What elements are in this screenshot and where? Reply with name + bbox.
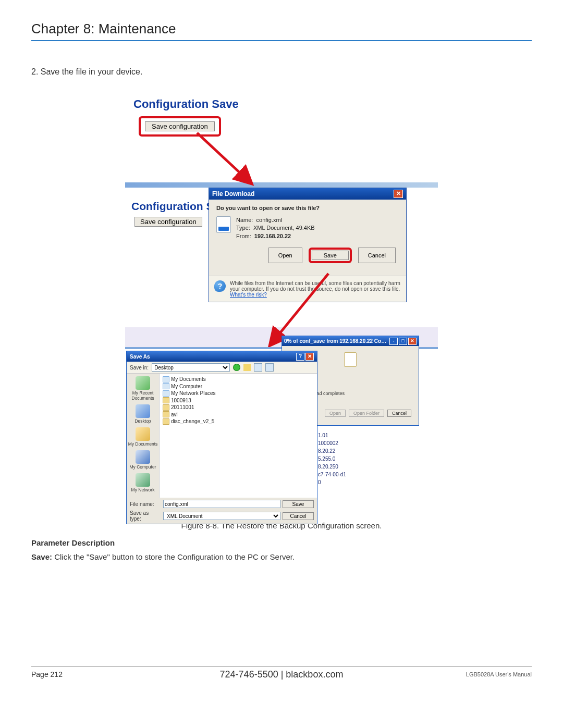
step-text: 2. Save the file in your device. <box>31 67 532 77</box>
places-bar: My Recent Documents Desktop My Documents <box>127 374 160 498</box>
savein-select[interactable]: Desktop <box>152 363 230 372</box>
list-item: disc_change_v2_5 <box>163 418 314 425</box>
list-item: My Computer <box>163 383 314 390</box>
save-configuration-button-2[interactable]: Save configuration <box>134 217 202 227</box>
file-name-value: config.xml <box>256 217 283 223</box>
save-as-titlebar: Save As ? ✕ <box>127 351 317 362</box>
config-save-heading: Configuration Save <box>133 97 432 111</box>
file-name-label: Name: <box>236 217 253 223</box>
download-file-icon <box>344 352 357 367</box>
download-progress-titlebar: 0% of conf_save from 192.168.20.22 Compl… <box>282 336 419 346</box>
whats-the-risk-link[interactable]: What's the risk? <box>230 292 267 298</box>
cancel-button[interactable]: Cancel <box>283 512 314 520</box>
minimize-icon[interactable]: - <box>389 338 398 345</box>
file-download-question: Do you want to open or save this file? <box>216 205 399 211</box>
file-download-titlebar: File Download ✕ <box>209 188 406 200</box>
save-as-panel: 0% of conf_save from 192.168.20.22 Compl… <box>125 347 438 500</box>
open-button[interactable]: Open <box>268 248 302 263</box>
dlp-open-folder-button[interactable]: Open Folder <box>349 410 384 417</box>
config-save-panel-top: Configuration Save Save configuration <box>125 91 438 182</box>
back-icon[interactable] <box>233 364 240 371</box>
view-menu-icon[interactable] <box>265 363 274 372</box>
file-meta: Name: config.xml Type: XML Document, 49.… <box>236 216 315 240</box>
parameter-save-description: Save: Click the "Save" button to store t… <box>31 551 532 562</box>
file-download-warning: ? While files from the Internet can be u… <box>209 276 406 302</box>
file-from-label: From: <box>236 233 251 239</box>
place-recent[interactable]: My Recent Documents <box>127 376 159 404</box>
help-icon[interactable]: ? <box>296 353 304 361</box>
filename-label: File name: <box>130 501 161 507</box>
place-mycomputer[interactable]: My Computer <box>127 450 159 473</box>
list-item: My Network Places <box>163 390 314 397</box>
config-save-heading-2: Configuration S <box>131 200 213 213</box>
save-config-highlight: Save configuration <box>139 116 221 137</box>
place-mynetwork[interactable]: My Network <box>127 473 159 496</box>
new-folder-icon[interactable] <box>254 363 262 372</box>
savein-label: Save in: <box>130 365 149 371</box>
list-item: 20111001 <box>163 404 314 411</box>
chapter-title: Chapter 8: Maintenance <box>31 21 532 41</box>
warning-text: While files from the Internet can be use… <box>230 280 400 292</box>
arrow-1 <box>193 128 266 190</box>
list-item: avi <box>163 411 314 418</box>
place-mydocuments[interactable]: My Documents <box>127 427 159 450</box>
config-save-panel-mid: Configuration S Save configuration File … <box>125 188 438 327</box>
up-folder-icon[interactable] <box>243 364 251 371</box>
save-button[interactable]: Save <box>283 500 314 508</box>
help-icon: ? <box>214 280 226 292</box>
save-configuration-button[interactable]: Save configuration <box>145 121 215 131</box>
cancel-button[interactable]: Cancel <box>358 248 396 263</box>
file-download-dialog: File Download ✕ Do you want to open or s… <box>209 188 407 302</box>
save-button[interactable]: Save <box>312 251 349 260</box>
close-icon[interactable]: ✕ <box>408 338 417 345</box>
savetype-select[interactable]: XML Document <box>163 512 280 520</box>
dlp-open-button[interactable]: Open <box>325 410 346 417</box>
xml-file-icon <box>216 216 231 233</box>
savetype-label: Save as type: <box>130 510 161 522</box>
download-progress-title: 0% of conf_save from 192.168.20.22 Compl… <box>284 338 388 344</box>
screenshot-composite: Configuration Save Save configuration Co… <box>125 91 438 500</box>
save-as-title: Save As <box>130 354 150 360</box>
filename-input[interactable] <box>163 500 280 508</box>
save-button-highlight: Save <box>309 248 352 263</box>
place-desktop[interactable]: Desktop <box>127 404 159 427</box>
page-footer: Page 212 724-746-5500 | blackbox.com LGB… <box>31 667 532 678</box>
maximize-icon[interactable]: □ <box>399 338 407 345</box>
footer-contact: 724-746-5500 | blackbox.com <box>31 669 532 680</box>
list-item: 1000913 <box>163 397 314 404</box>
file-from-value: 192.168.20.22 <box>254 233 291 239</box>
svg-line-0 <box>197 133 250 182</box>
close-icon[interactable]: ✕ <box>394 190 403 198</box>
file-type-label: Type: <box>236 225 250 231</box>
list-item: My Documents <box>163 376 314 383</box>
file-list[interactable]: My Documents My Computer My Network Plac… <box>160 374 317 498</box>
dlp-cancel-button[interactable]: Cancel <box>387 410 411 417</box>
close-icon[interactable]: ✕ <box>305 353 314 361</box>
save-as-dialog: Save As ? ✕ Save in: Desktop <box>126 351 317 524</box>
parameter-description-heading: Parameter Description <box>31 538 532 547</box>
file-download-title: File Download <box>212 190 254 198</box>
file-type-value: XML Document, 49.4KB <box>253 225 315 231</box>
background-device-info: 1.01 1000002 8.20.22 5.255.0 8.20.250 c7… <box>318 431 346 486</box>
